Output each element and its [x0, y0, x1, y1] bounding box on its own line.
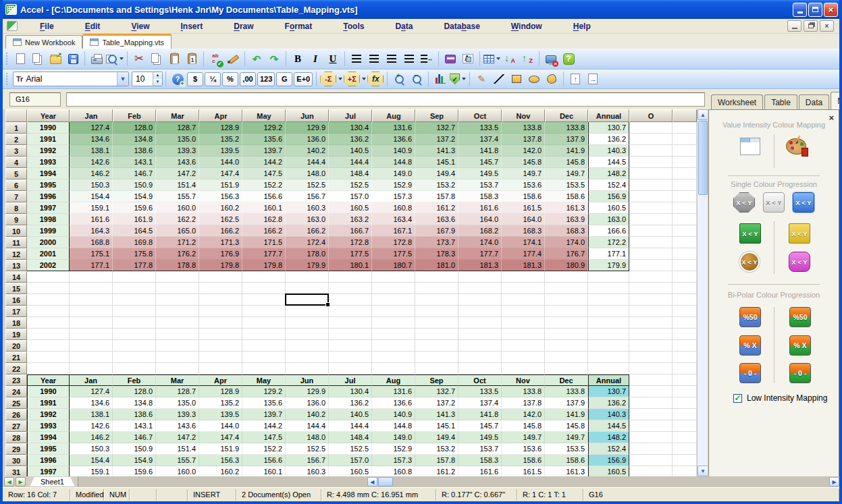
cell[interactable]: 160.8	[372, 466, 415, 476]
cell[interactable]	[673, 294, 697, 306]
cell[interactable]: Apr	[199, 374, 242, 386]
table-icon[interactable]	[483, 51, 500, 67]
cell[interactable]: 160.2	[199, 202, 242, 214]
cell[interactable]: 141.8	[458, 409, 502, 420]
column-header-Mar[interactable]: Mar	[156, 109, 199, 122]
cell[interactable]: 1998	[27, 214, 70, 225]
cell[interactable]: 1997	[27, 466, 70, 476]
cell[interactable]: 144.8	[372, 157, 415, 168]
cell[interactable]: 159.6	[113, 466, 156, 476]
function-icon[interactable]: fx	[367, 71, 384, 87]
cell[interactable]	[329, 363, 372, 374]
freeform-icon[interactable]	[544, 71, 560, 87]
dropdown-caret-icon[interactable]	[496, 57, 500, 60]
cell[interactable]: 142.6	[70, 420, 113, 432]
menu-item-format[interactable]: Format	[279, 20, 319, 33]
cell[interactable]: 150.3	[70, 443, 113, 455]
cell[interactable]: 176.2	[156, 248, 199, 260]
cell[interactable]	[629, 283, 673, 294]
cell[interactable]: 132.7	[415, 122, 458, 134]
cell[interactable]: 161.3	[545, 466, 588, 476]
scroll-down-button[interactable]: ▼	[698, 466, 708, 476]
cell[interactable]: 172.4	[286, 237, 329, 248]
cell[interactable]	[199, 271, 242, 283]
cell[interactable]	[27, 283, 70, 294]
cell[interactable]: 177.5	[372, 248, 415, 260]
cell[interactable]	[156, 340, 199, 352]
cell[interactable]: 156.6	[242, 191, 286, 202]
cell[interactable]: 166.7	[329, 225, 372, 237]
menu-item-file[interactable]: File	[34, 20, 60, 33]
cell[interactable]	[156, 329, 199, 340]
cell[interactable]	[629, 466, 673, 476]
cell[interactable]	[372, 317, 415, 329]
cell[interactable]	[458, 363, 502, 374]
cell[interactable]	[70, 306, 113, 317]
fraction-button[interactable]: ¼	[205, 71, 221, 87]
cell[interactable]	[70, 317, 113, 329]
cell[interactable]	[629, 294, 673, 306]
cell[interactable]	[415, 352, 458, 363]
sheet-nav-left-icon[interactable]: ◀	[4, 477, 14, 486]
cell[interactable]: 131.6	[372, 122, 415, 134]
cell[interactable]	[673, 179, 697, 191]
row-header-12[interactable]: 12	[5, 248, 27, 260]
menu-item-help[interactable]: Help	[567, 20, 597, 33]
cell[interactable]: 172.2	[588, 237, 629, 248]
cell[interactable]: 148.2	[588, 168, 629, 179]
cell[interactable]	[415, 294, 458, 306]
menu-item-window[interactable]: Window	[505, 20, 548, 33]
cell[interactable]: 147.2	[156, 432, 199, 443]
column-header-blank[interactable]	[673, 109, 697, 122]
toolbar-grip[interactable]	[5, 52, 9, 66]
cell[interactable]: 140.3	[588, 145, 629, 157]
cell[interactable]: 1993	[27, 420, 70, 432]
panel-tab-data[interactable]: Data	[799, 94, 829, 109]
cell[interactable]: 177.1	[588, 248, 629, 260]
cell[interactable]: 171.3	[199, 237, 242, 248]
cell[interactable]	[502, 340, 545, 352]
cell[interactable]: 144.0	[199, 157, 242, 168]
cell[interactable]: Aug	[372, 374, 415, 386]
cell[interactable]	[673, 202, 697, 214]
cell[interactable]: Year	[27, 374, 70, 386]
zoom-in-icon[interactable]: +	[391, 71, 407, 87]
cell[interactable]: 144.8	[372, 420, 415, 432]
cell[interactable]: 134.6	[70, 134, 113, 145]
screen-off-icon[interactable]	[543, 51, 559, 67]
cell[interactable]: May	[242, 374, 286, 386]
row-header-6[interactable]: 6	[5, 179, 27, 191]
cell[interactable]	[502, 306, 545, 317]
cell[interactable]	[199, 329, 242, 340]
cell[interactable]	[673, 432, 697, 443]
cell[interactable]	[673, 191, 697, 202]
cell[interactable]	[673, 329, 697, 340]
cell[interactable]	[458, 306, 502, 317]
help-assistant-icon[interactable]: ?	[169, 71, 186, 87]
cell[interactable]: 154.9	[113, 191, 156, 202]
cell[interactable]	[27, 294, 70, 306]
cell[interactable]	[113, 294, 156, 306]
column-header-Sep[interactable]: Sep	[415, 109, 458, 122]
cell[interactable]: 162.5	[199, 214, 242, 225]
cell[interactable]: 1991	[27, 397, 70, 409]
cell[interactable]: 160.8	[372, 202, 415, 214]
cell[interactable]	[329, 283, 372, 294]
cell[interactable]: 161.2	[415, 466, 458, 476]
cell[interactable]	[458, 352, 502, 363]
cell[interactable]	[545, 329, 588, 340]
cell[interactable]: 163.2	[329, 214, 372, 225]
cell[interactable]	[629, 271, 673, 283]
cell[interactable]: 144.5	[588, 420, 629, 432]
label-format-icon[interactable]	[460, 51, 476, 67]
cell[interactable]: 167.9	[415, 225, 458, 237]
cell[interactable]	[372, 271, 415, 283]
cell[interactable]: Oct	[458, 374, 502, 386]
cell[interactable]	[629, 179, 673, 191]
cell[interactable]: 161.6	[458, 466, 502, 476]
row-header-27[interactable]: 27	[5, 420, 27, 432]
percent-button[interactable]: %	[222, 71, 238, 87]
cell[interactable]	[113, 271, 156, 283]
currency-button[interactable]: $	[187, 71, 203, 87]
cell[interactable]: 138.6	[113, 409, 156, 420]
